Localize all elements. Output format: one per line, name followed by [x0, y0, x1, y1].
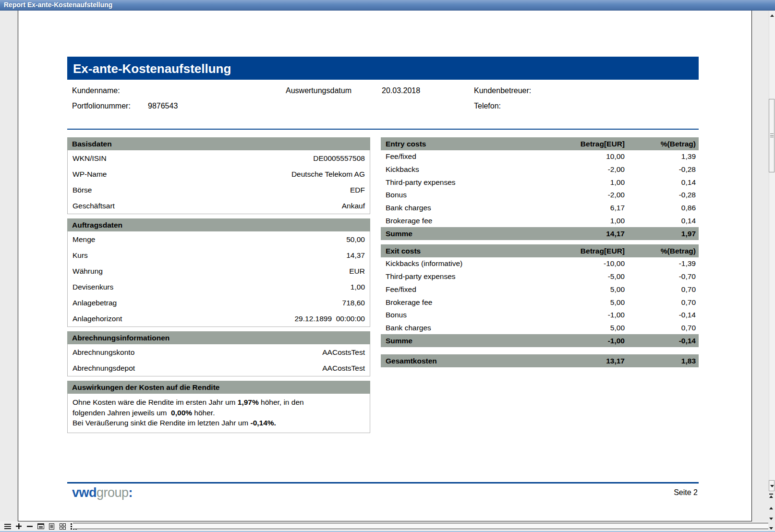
- scroll-up-icon[interactable]: [770, 14, 774, 17]
- row-betrag: -5,00: [543, 272, 625, 281]
- row-label: Anlagehorizont: [73, 314, 122, 323]
- entry-costs-table: Fee/fixed 10,00 1,39 Kickbacks -2,00 -0,…: [381, 150, 699, 227]
- table-row: Geschäftsart Ankauf: [68, 198, 370, 214]
- top-divider-rule: [67, 129, 699, 130]
- row-betrag: 5,00: [543, 324, 625, 332]
- total-pct: 1,83: [625, 357, 699, 365]
- total-betrag: 13,17: [543, 357, 625, 365]
- multi-page-icon[interactable]: [59, 523, 66, 530]
- report-title: Ex-ante-Kostenaufstellung: [73, 61, 231, 76]
- table-row: Kurs 14,37: [68, 247, 370, 263]
- row-value: AACostsTest: [322, 364, 365, 373]
- row-label: Geschäftsart: [73, 202, 115, 210]
- exit-costs-sum-row: Summe -1,00 -0,14: [381, 334, 699, 347]
- entry-costs-header: Entry costs Betrag[EUR] %(Betrag): [381, 137, 699, 150]
- row-pct: 1,39: [625, 152, 699, 161]
- table-row: Abrechnungskonto AACostsTest: [68, 344, 370, 360]
- next-page-icon: [769, 518, 773, 520]
- menu-icon[interactable]: [4, 523, 11, 530]
- sum-label: Summe: [381, 337, 543, 345]
- horizontal-scrollbar[interactable]: [73, 523, 768, 529]
- row-label: Third-party expenses: [381, 178, 543, 187]
- left-column: Basisdaten WKN/ISIN DE0005557508 WP-Name…: [67, 137, 370, 433]
- row-value: AACostsTest: [322, 348, 365, 357]
- row-label: Fee/fixed: [381, 152, 543, 161]
- total-label: Gesamtkosten: [381, 357, 543, 365]
- row-pct: -0,28: [625, 191, 699, 199]
- kundenname-label: Kundenname:: [72, 86, 120, 95]
- table-row: Bonus -2,00 -0,28: [381, 189, 699, 202]
- row-value: EDF: [350, 186, 365, 194]
- auswirkungen-text: Ohne Kosten wäre die Rendite im ersten J…: [67, 394, 370, 433]
- row-label: WP-Name: [73, 170, 107, 179]
- table-row: Börse EDF: [68, 182, 370, 198]
- row-label: Währung: [73, 267, 103, 276]
- table-row: Bank charges 5,00 0,70: [381, 322, 699, 335]
- impact-text: folgenden Jahren jeweils um: [73, 409, 171, 417]
- row-betrag: -1,00: [543, 311, 625, 319]
- column-header-pct: %(Betrag): [625, 140, 699, 148]
- next-page-button[interactable]: [769, 516, 775, 522]
- row-label: Brokerage fee: [381, 298, 543, 307]
- table-row: Anlagehorizont 29.12.1899 00:00:00: [68, 311, 370, 326]
- row-betrag: -10,00: [543, 259, 625, 268]
- row-label: Abrechnungskonto: [73, 348, 134, 357]
- column-header-pct: %(Betrag): [625, 247, 699, 255]
- zoom-out-icon[interactable]: [26, 523, 33, 530]
- table-row: Fee/fixed 5,00 0,70: [381, 283, 699, 296]
- impact-text: höher, in den: [259, 398, 304, 406]
- sum-label: Summe: [381, 230, 543, 238]
- horizontal-scrollbar-thumb[interactable]: [73, 523, 768, 529]
- row-label: Devisenkurs: [73, 283, 113, 291]
- titlebar[interactable]: Report Ex-ante-Kostenaufstellung: [0, 0, 775, 11]
- previous-page-button[interactable]: [769, 505, 775, 512]
- row-label: Bank charges: [381, 324, 543, 332]
- row-label: WKN/ISIN: [73, 154, 107, 163]
- table-row: Bank charges 6,17 0,86: [381, 202, 699, 215]
- row-betrag: -2,00: [543, 191, 625, 199]
- table-row: WP-Name Deutsche Telekom AG: [68, 166, 370, 182]
- row-label: Bonus: [381, 311, 543, 319]
- logo-colon-text: :: [129, 485, 133, 500]
- exit-costs-table: Kickbacks (informative) -10,00 -1,39 Thi…: [381, 257, 699, 334]
- first-page-button[interactable]: [769, 494, 775, 500]
- row-label: Kurs: [73, 251, 88, 260]
- vertical-scrollbar-thumb[interactable]: [769, 99, 775, 172]
- impact-value: 0,00%: [171, 409, 192, 417]
- report-meta: Kundenname: Auswertungsdatum 20.03.2018 …: [67, 80, 699, 129]
- vertical-scrollbar[interactable]: [769, 11, 775, 531]
- row-value: 1,00: [351, 283, 365, 291]
- table-row: Kickbacks (informative) -10,00 -1,39: [381, 257, 699, 270]
- last-page-button[interactable]: [769, 526, 775, 531]
- row-pct: -1,39: [625, 259, 699, 268]
- entry-costs-sum-row: Summe 14,17 1,97: [381, 227, 699, 240]
- viewer-content: Ex-ante-Kostenaufstellung Kundenname: Au…: [0, 11, 775, 521]
- row-pct: -0,70: [625, 272, 699, 281]
- vertical-scrollbar-track[interactable]: [769, 11, 775, 491]
- row-label: Menge: [73, 235, 95, 244]
- first-page-icon: [769, 496, 773, 498]
- single-page-icon[interactable]: [48, 523, 55, 530]
- logo-group-text: group: [97, 485, 129, 500]
- row-value: 718,60: [342, 299, 365, 307]
- page-structure-icon[interactable]: [37, 523, 44, 530]
- auftragsdaten-table: Menge 50,00 Kurs 14,37 Währung EUR Dev: [67, 231, 370, 327]
- sum-betrag: -1,00: [543, 337, 625, 345]
- basisdaten-table: WKN/ISIN DE0005557508 WP-Name Deutsche T…: [67, 150, 370, 214]
- vwd-group-logo: vwdgroup:: [72, 485, 133, 500]
- table-row: WKN/ISIN DE0005557508: [68, 150, 370, 166]
- row-betrag: -2,00: [543, 165, 625, 174]
- portfolionummer-label: Portfolionummer:: [72, 102, 131, 110]
- row-label: Brokerage fee: [381, 217, 543, 225]
- zoom-in-icon[interactable]: [15, 523, 22, 530]
- window-title: Report Ex-ante-Kostenaufstellung: [4, 1, 112, 9]
- table-row: Kickbacks -2,00 -0,28: [381, 163, 699, 176]
- table-row: Abrechnungsdepot AACostsTest: [68, 360, 370, 376]
- table-title: Entry costs: [381, 140, 543, 148]
- row-pct: 0,86: [625, 204, 699, 212]
- column-header-betrag: Betrag[EUR]: [543, 247, 625, 255]
- gesamtkosten-row: Gesamtkosten 13,17 1,83: [381, 354, 699, 367]
- scroll-down-button[interactable]: [769, 480, 775, 491]
- table-row: Brokerage fee 1,00 0,14: [381, 214, 699, 227]
- sum-betrag: 14,17: [543, 230, 625, 238]
